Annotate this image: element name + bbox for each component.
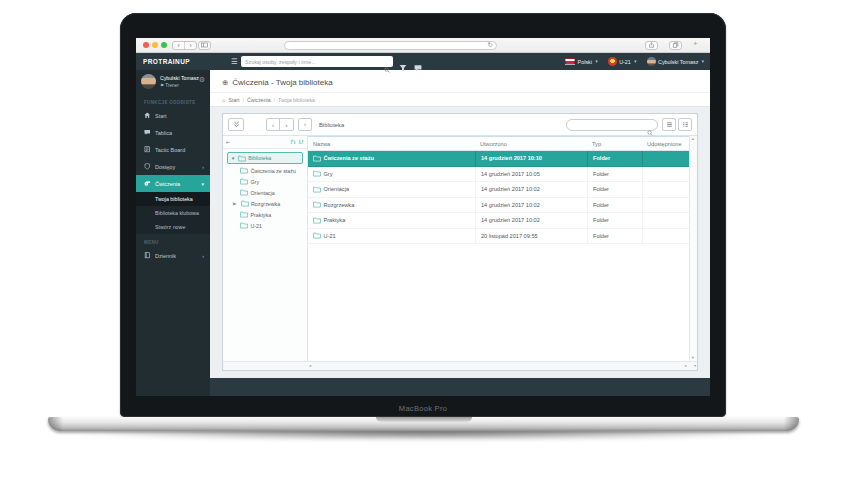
team-menu[interactable]: U-21 ▼: [608, 57, 638, 66]
chevron-down-icon: ▼: [595, 59, 599, 64]
tab-overview-button[interactable]: [669, 41, 682, 50]
tree-root-library[interactable]: ▼Biblioteka: [227, 152, 303, 164]
nav-forward-button[interactable]: ›: [280, 118, 294, 131]
folder-icon: [313, 170, 321, 177]
global-search-input[interactable]: [241, 56, 393, 67]
sidebar-item-start[interactable]: Start: [136, 107, 210, 124]
close-window-button[interactable]: [143, 42, 149, 48]
filter-icon[interactable]: [399, 58, 407, 66]
new-tab-button[interactable]: +: [693, 39, 698, 48]
tree-item-u-21[interactable]: U-21: [225, 220, 305, 231]
table-row-rozgrzewka[interactable]: Rozgrzewka14 grudzień 2017 10:02Folder: [308, 198, 689, 214]
column-header-nazwa[interactable]: Nazwa: [308, 141, 475, 147]
exercises-icon: ⊕: [222, 78, 228, 87]
cell-name: Gry: [324, 171, 333, 177]
gear-icon[interactable]: ⚙: [199, 76, 205, 84]
scroll-down-icon[interactable]: ▼: [691, 356, 695, 360]
file-explorer: ‹ › ↑ Biblioteka: [222, 113, 698, 371]
language-menu[interactable]: Polski ▼: [565, 58, 599, 65]
reload-icon[interactable]: ↻: [488, 41, 493, 49]
app-logo[interactable]: PROTRAINUP: [143, 58, 190, 65]
sidebar-item-label: Tactic Board: [155, 147, 185, 153]
breadcrumb-separator: /: [274, 97, 275, 103]
table-row-wiczenia-ze-sta-u[interactable]: Ćwiczenia ze stażu14 grudzień 2017 10:10…: [308, 151, 689, 167]
scroll-up-icon[interactable]: ▲: [691, 137, 695, 141]
sort-asc-icon[interactable]: [290, 139, 296, 145]
tree-item-praktyka[interactable]: Praktyka: [225, 209, 305, 220]
cell-created: 14 grudzień 2017 10:02: [475, 213, 587, 228]
sidebar-item-dost-py[interactable]: Dostępy›: [136, 158, 210, 175]
cell-shared: [642, 198, 689, 213]
detail-view-button[interactable]: [678, 118, 692, 131]
folder-open-icon: [238, 155, 246, 162]
sort-desc-icon[interactable]: [298, 139, 304, 145]
sidebar-subitem-stw-rz-nowe[interactable]: Stwórz nowe: [136, 220, 210, 234]
cell-type: Folder: [587, 229, 642, 244]
device-label: MacBook Pro: [120, 404, 726, 413]
browser-forward-button[interactable]: ›: [184, 42, 196, 49]
explorer-search-input[interactable]: [566, 119, 658, 131]
sidebar-subitem-biblioteka-klubowa[interactable]: Biblioteka klubowa: [136, 206, 210, 220]
breadcrumb-start[interactable]: Start: [229, 97, 240, 103]
column-header-utworzono[interactable]: Utworzono: [475, 141, 587, 147]
share-button[interactable]: [645, 41, 658, 50]
cell-created: 14 grudzień 2017 10:05: [475, 167, 587, 182]
vertical-scrollbar[interactable]: ▲ ▼: [689, 136, 697, 361]
zoom-window-button[interactable]: [161, 42, 167, 48]
cell-name: Rozgrzewka: [324, 202, 355, 208]
sidebar-item-tablica[interactable]: Tablica: [136, 124, 210, 141]
sidebar-item-label: Start: [155, 113, 167, 119]
search-icon[interactable]: [384, 59, 390, 65]
breadcrumb-exercises[interactable]: Ćwiczenia: [247, 97, 271, 103]
nav-back-button[interactable]: ‹: [266, 118, 280, 131]
scroll-left-icon[interactable]: ◂: [309, 363, 311, 368]
tree-item-gry[interactable]: Gry: [225, 176, 305, 187]
table-header-row: NazwaUtworzonoTypUdostępnione: [308, 137, 689, 151]
tree-item-orientacja[interactable]: Orientacja: [225, 187, 305, 198]
double-chevron-down-icon: [233, 121, 240, 128]
menu-toggle-icon[interactable]: ☰: [231, 57, 238, 66]
column-header-udost-pnione[interactable]: Udostępnione: [642, 141, 689, 147]
poland-flag-icon: [565, 58, 575, 65]
breadcrumb: ⌂ Start / Ćwiczenia / Twoja biblioteka: [210, 92, 710, 106]
page-title: ⊕ Ćwiczenia - Twoja biblioteka: [210, 70, 710, 92]
sidebar-item-dziennik[interactable]: Dziennik›: [136, 247, 210, 264]
folder-icon: [240, 189, 248, 196]
cell-created: 20 listopad 2017 09:55: [475, 229, 587, 244]
browser-back-button[interactable]: ‹: [173, 42, 184, 49]
table-row-praktyka[interactable]: Praktyka14 grudzień 2017 10:02Folder: [308, 213, 689, 229]
sidebar-item-wiczenia[interactable]: Ćwiczenia▾: [136, 175, 210, 192]
sidebar-subitem-twoja-biblioteka[interactable]: Twoja biblioteka: [136, 192, 210, 206]
sidebar-submenu: Twoja bibliotekaBiblioteka klubowaStwórz…: [136, 192, 210, 234]
scroll-right-icon[interactable]: ▸: [685, 363, 687, 368]
tree-item-wiczenia-ze-sta-u[interactable]: Ćwiczenia ze stażu: [225, 165, 305, 176]
caret-right-icon[interactable]: ▶: [233, 201, 238, 206]
sidebar-item-tactic-board[interactable]: Tactic Board: [136, 141, 210, 158]
home-icon: [144, 112, 155, 119]
tree-item-rozgrzewka[interactable]: ▶Rozgrzewka: [225, 198, 305, 209]
tabs-icon: [672, 42, 679, 48]
horizontal-scrollbar[interactable]: ◂ ▸ ▾: [223, 361, 697, 370]
minimize-window-button[interactable]: [152, 42, 158, 48]
home-icon[interactable]: ⌂: [222, 98, 226, 102]
collapse-tree-icon[interactable]: ⇤: [226, 139, 230, 145]
address-bar[interactable]: ↻: [284, 41, 497, 50]
list-view-button[interactable]: [662, 118, 676, 131]
share-icon: [648, 42, 655, 48]
table-row-gry[interactable]: Gry14 grudzień 2017 10:05Folder: [308, 167, 689, 183]
cell-name: Praktyka: [324, 217, 346, 223]
table-row-u-21[interactable]: U-2120 listopad 2017 09:55Folder: [308, 229, 689, 245]
whistle-icon: [144, 180, 155, 187]
collapse-panel-button[interactable]: [228, 118, 244, 131]
messages-icon[interactable]: [414, 58, 422, 66]
browser-sidebar-button[interactable]: [198, 41, 211, 50]
column-header-typ[interactable]: Typ: [587, 141, 642, 147]
go-up-button[interactable]: ↑: [298, 118, 312, 131]
user-menu[interactable]: Cybulski Tomasz ▼: [647, 57, 706, 66]
tree-item-label: Praktyka: [251, 212, 272, 218]
tree-item-label: Gry: [251, 179, 260, 185]
breadcrumb-separator: /: [242, 97, 243, 103]
folder-icon: [241, 200, 249, 207]
table-row-orientacja[interactable]: Orientacja14 grudzień 2017 10:02Folder: [308, 182, 689, 198]
sidebar-section-label: MENU: [136, 234, 210, 247]
